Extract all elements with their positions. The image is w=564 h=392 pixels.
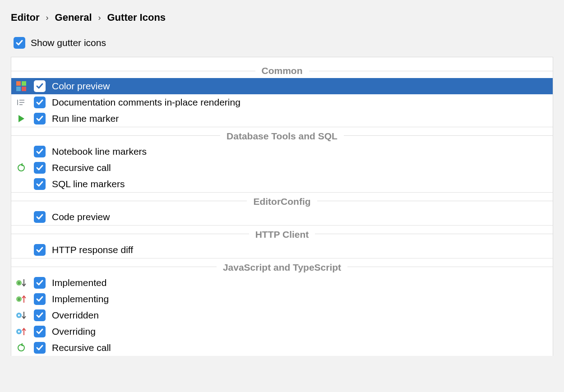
recursive-icon	[15, 343, 28, 352]
implementing-icon: I	[15, 295, 28, 304]
color-grid-icon	[15, 81, 28, 91]
svg-text:I: I	[18, 281, 19, 285]
item-checkbox[interactable]	[34, 342, 46, 354]
item-checkbox[interactable]	[34, 80, 46, 92]
chevron-right-icon: ›	[98, 13, 101, 23]
implemented-icon: I	[15, 278, 28, 287]
group-header: HTTP Client	[11, 225, 553, 242]
list-item[interactable]: Notebook line markers	[11, 143, 553, 160]
item-checkbox[interactable]	[34, 293, 46, 305]
item-checkbox[interactable]	[34, 277, 46, 289]
overriding-icon	[15, 327, 28, 336]
show-gutter-icons-checkbox[interactable]	[14, 37, 25, 49]
list-item[interactable]: Documentation comments in-place renderin…	[11, 94, 553, 111]
item-checkbox[interactable]	[34, 178, 46, 190]
list-item[interactable]: Recursive call	[11, 160, 553, 176]
item-checkbox[interactable]	[34, 146, 46, 157]
show-gutter-icons-label: Show gutter icons	[31, 37, 106, 48]
group-header: EditorConfig	[11, 192, 553, 209]
group-header: Database Tools and SQL	[11, 127, 553, 143]
list-item[interactable]: Recursive call	[11, 340, 553, 356]
list-item[interactable]: Run line marker	[11, 111, 553, 127]
breadcrumb-item[interactable]: Gutter Icons	[107, 12, 166, 23]
list-item[interactable]: Overriding	[11, 323, 553, 340]
group-title: JavaScript and TypeScript	[217, 262, 347, 273]
svg-point-4	[18, 165, 24, 171]
group-header: JavaScript and TypeScript	[11, 258, 553, 275]
item-label: Color preview	[52, 81, 549, 92]
svg-text:I: I	[18, 297, 19, 301]
item-checkbox[interactable]	[34, 211, 46, 223]
item-label: Overriding	[52, 326, 549, 337]
group-title: HTTP Client	[249, 229, 315, 240]
item-label: Recursive call	[52, 342, 549, 353]
item-checkbox[interactable]	[34, 244, 46, 256]
item-label: Overridden	[52, 310, 549, 321]
item-label: Code preview	[52, 212, 549, 222]
item-label: Notebook line markers	[52, 146, 549, 157]
item-checkbox[interactable]	[34, 326, 46, 337]
item-label: Documentation comments in-place renderin…	[52, 97, 549, 108]
item-label: Implementing	[52, 294, 549, 304]
svg-point-15	[18, 331, 20, 332]
chevron-right-icon: ›	[46, 13, 49, 23]
list-item[interactable]: I Implemented	[11, 275, 553, 291]
breadcrumb[interactable]: Editor › General › Gutter Icons	[0, 9, 564, 29]
list-item[interactable]: I Implementing	[11, 291, 553, 307]
item-checkbox[interactable]	[34, 309, 46, 321]
group-title: Common	[255, 65, 309, 76]
item-checkbox[interactable]	[34, 162, 46, 174]
item-checkbox[interactable]	[34, 113, 46, 125]
item-label: HTTP response diff	[52, 244, 549, 255]
group-title: EditorConfig	[247, 196, 317, 207]
group-title: Database Tools and SQL	[220, 131, 344, 142]
item-label: Recursive call	[52, 162, 549, 173]
list-item[interactable]: HTTP response diff	[11, 242, 553, 258]
gutter-icons-panel: CommonColor preview Documentation commen…	[11, 57, 553, 356]
run-triangle-icon	[15, 114, 28, 123]
item-checkbox[interactable]	[34, 97, 46, 108]
svg-point-12	[18, 314, 20, 316]
svg-point-17	[18, 345, 24, 351]
recursive-icon	[15, 163, 28, 172]
item-label: Implemented	[52, 277, 549, 288]
list-item[interactable]: SQL line markers	[11, 176, 553, 192]
breadcrumb-item[interactable]: Editor	[11, 12, 40, 23]
item-label: Run line marker	[52, 113, 549, 124]
group-header: Common	[11, 57, 553, 78]
list-item[interactable]: Overridden	[11, 307, 553, 323]
list-item[interactable]: Color preview	[11, 78, 553, 94]
item-label: SQL line markers	[52, 179, 549, 189]
doc-lines-icon	[15, 97, 28, 107]
list-item[interactable]: Code preview	[11, 209, 553, 225]
breadcrumb-item[interactable]: General	[55, 12, 92, 23]
overridden-icon	[15, 311, 28, 320]
